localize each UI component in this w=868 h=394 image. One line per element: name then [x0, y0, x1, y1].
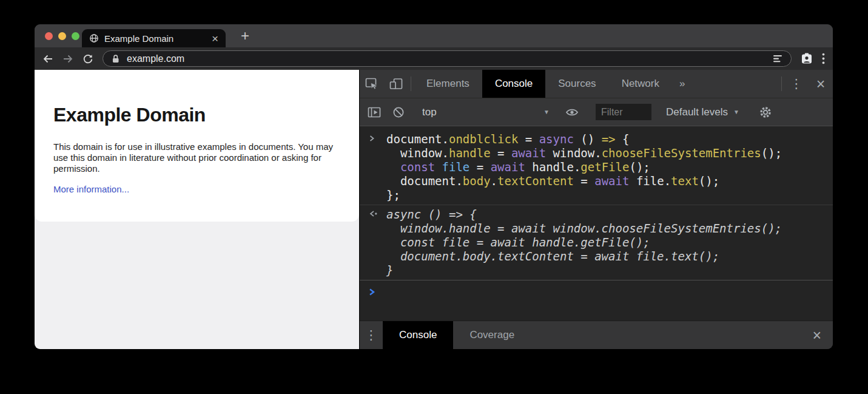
drawer-close-icon[interactable]: × [801, 321, 833, 349]
devtools-tabs: ElementsConsoleSourcesNetwork [414, 70, 672, 98]
console-sidebar-toggle-icon[interactable] [362, 107, 386, 118]
profile-avatar-icon[interactable] [801, 53, 813, 64]
filter-input[interactable] [596, 104, 651, 120]
minimize-window-button[interactable] [58, 32, 66, 40]
live-expression-eye-icon[interactable] [560, 107, 584, 117]
devtools-close-icon[interactable]: × [809, 70, 833, 98]
close-window-button[interactable] [45, 32, 53, 40]
reload-icon[interactable] [82, 53, 93, 64]
browser-menu-kebab-icon[interactable] [822, 53, 825, 64]
console-result-line: document.body.textContent = await file.t… [386, 250, 833, 263]
separator [781, 76, 782, 91]
clear-console-icon[interactable] [386, 106, 411, 118]
console-settings-gear-icon[interactable] [753, 106, 778, 119]
back-icon[interactable] [42, 54, 53, 64]
address-bar[interactable]: example.com [103, 50, 792, 67]
console-prompt[interactable] [360, 280, 833, 321]
log-levels-dropdown[interactable]: Default levels ▼ [658, 106, 748, 118]
tab-title: Example Domain [104, 33, 206, 44]
chevron-down-icon: ▼ [733, 109, 739, 115]
levels-label: Default levels [666, 106, 728, 118]
page-title: Example Domain [53, 104, 342, 126]
console-messages: document.ondblclick = async () => { wind… [360, 126, 833, 321]
more-information-link[interactable]: More information... [53, 184, 129, 194]
console-result-entry: async () => { window.handle = await wind… [360, 205, 833, 280]
console-prompt-chevron-icon [368, 287, 376, 297]
drawer-tab-console[interactable]: Console [383, 321, 453, 349]
drawer-tabs: ConsoleCoverage [383, 321, 531, 349]
devtools-tab-bar: ElementsConsoleSourcesNetwork » ⋮ × [360, 70, 833, 98]
traffic-lights [45, 32, 79, 40]
devtools-menu-kebab-icon[interactable]: ⋮ [784, 70, 809, 98]
drawer-menu-kebab-icon[interactable]: ⋮ [360, 321, 383, 349]
page-paragraph: This domain is for use in illustrative e… [53, 141, 342, 174]
reading-list-icon[interactable] [773, 55, 783, 63]
devtools-tab-network[interactable]: Network [609, 70, 672, 98]
console-input-entry: document.ondblclick = async () => { wind… [360, 130, 833, 205]
devtools-panel: ElementsConsoleSourcesNetwork » ⋮ × [359, 70, 833, 349]
console-code-line: }; [386, 188, 833, 202]
console-toolbar: top ▼ Default levels ▼ [360, 98, 833, 126]
execution-context-selector[interactable]: top ▼ [416, 106, 554, 118]
chevron-down-icon: ▼ [543, 109, 550, 115]
desktop: Example Domain × + example.com [0, 0, 868, 394]
zoom-window-button[interactable] [72, 32, 79, 40]
console-code-line: document.ondblclick = async () => { [386, 132, 833, 146]
console-input-chevron-icon [368, 134, 376, 143]
console-code-line: const file = await handle.getFile(); [386, 160, 833, 174]
console-result-arrow-icon [368, 209, 378, 218]
separator [411, 76, 411, 91]
favicon-globe-icon [89, 33, 99, 43]
devtools-drawer: ⋮ ConsoleCoverage × [360, 321, 833, 349]
navigation-toolbar: example.com [35, 47, 833, 70]
console-result-line: window.handle = await window.chooseFileS… [386, 222, 833, 236]
devtools-tab-sources[interactable]: Sources [545, 70, 608, 98]
device-toolbar-icon[interactable] [384, 70, 408, 98]
more-tabs-chevron-icon[interactable]: » [672, 70, 692, 98]
console-result-line: } [386, 263, 833, 277]
console-result-line: async () => { [386, 208, 833, 222]
browser-tab[interactable]: Example Domain × [82, 29, 226, 47]
url-text[interactable]: example.com [127, 53, 766, 64]
console-code-line: window.handle = await window.chooseFileS… [386, 146, 833, 160]
context-label: top [422, 106, 437, 118]
drawer-tab-coverage[interactable]: Coverage [453, 321, 531, 349]
web-page: Example Domain This domain is for use in… [35, 70, 359, 349]
forward-icon[interactable] [62, 54, 73, 64]
lock-icon[interactable] [111, 54, 120, 64]
browser-window: Example Domain × + example.com [35, 24, 833, 349]
inspect-element-icon[interactable] [360, 70, 384, 98]
page-content-card: Example Domain This domain is for use in… [35, 70, 359, 222]
console-result-line: const file = await handle.getFile(); [386, 236, 833, 250]
devtools-tab-console[interactable]: Console [482, 70, 545, 98]
tab-strip: Example Domain × + [35, 24, 833, 47]
devtools-tab-elements[interactable]: Elements [414, 70, 482, 98]
console-code-line: document.body.textContent = await file.t… [386, 174, 833, 188]
new-tab-button[interactable]: + [236, 27, 254, 45]
tab-close-icon[interactable]: × [212, 33, 218, 44]
